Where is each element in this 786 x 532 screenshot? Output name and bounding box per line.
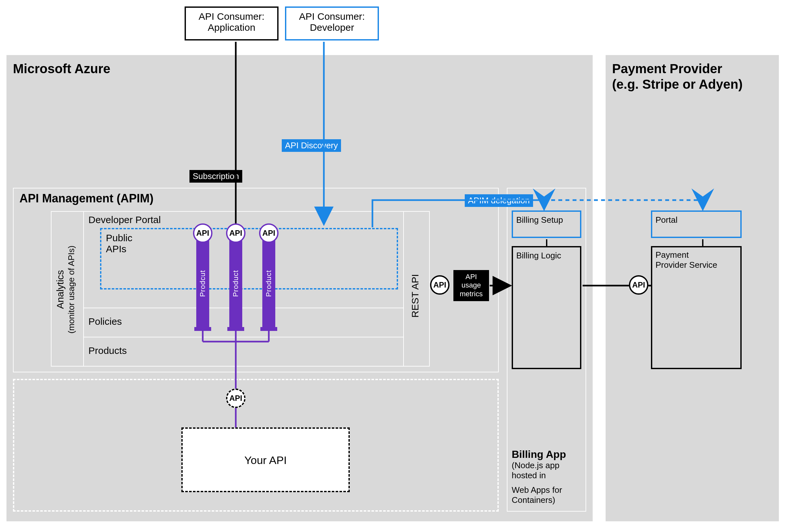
restapi-cell: REST API [404, 211, 430, 367]
product-bar-3: Product [262, 239, 275, 327]
api-usage-l1: API [456, 273, 486, 281]
product-bar-2: Product [229, 239, 242, 327]
consumer-app-l2: Application [186, 22, 277, 33]
public-apis-label: Public APIs [106, 232, 133, 255]
payment-service-box: Payment Provider Service [651, 246, 742, 369]
devportal-label: Developer Portal [88, 214, 161, 225]
policies-label: Policies [88, 316, 122, 327]
billing-logic-label: Billing Logic [516, 251, 561, 261]
api-discovery-tag: API Discovery [282, 139, 341, 152]
devportal-row: Developer Portal Public APIs [83, 211, 404, 308]
payment-title-l1: Payment Provider [612, 62, 722, 76]
products-row: Products [83, 338, 404, 367]
payment-portal-box: Portal [651, 210, 742, 238]
billing-logic-box: Billing Logic [512, 246, 581, 369]
api-circle-yourapi: API [226, 389, 246, 408]
apim-delegation-tag: APIM delegation [465, 194, 533, 207]
api-circle-billing-payment: API [629, 275, 648, 295]
api-circle-rest: API [430, 275, 449, 295]
products-label: Products [88, 345, 126, 356]
api-circle-rest-label: API [433, 280, 446, 290]
product-cap-3 [260, 327, 277, 331]
billingapp-sub1: (Node.js app hosted in [512, 460, 586, 481]
payment-service-l2: Provider Service [655, 260, 717, 270]
subscription-tag: Subscription [189, 170, 242, 183]
product-bar-2-label: Product [232, 270, 240, 297]
product-bar-1-label: Prodcut [199, 270, 207, 297]
payment-title-l2: (e.g. Stripe or Adyen) [612, 77, 743, 92]
api-consumer-app-box: API Consumer: Application [185, 6, 279, 41]
payment-service-label: Payment Provider Service [655, 250, 717, 270]
billingapp-title-block: Billing App (Node.js app hosted in Web A… [512, 448, 586, 505]
analytics-cell: Analytics (monitor usage of APIs) [51, 211, 83, 367]
api-circle-prod2-label: API [229, 229, 242, 238]
api-circle-prod1: API [193, 224, 212, 243]
api-usage-l3: metrics [456, 290, 486, 298]
yourapi-label: Your API [183, 454, 348, 467]
api-usage-l2: usage [456, 281, 486, 290]
consumer-dev-l1: API Consumer: [286, 11, 378, 22]
api-circle-prod3-label: API [262, 229, 275, 238]
analytics-label: Analytics (monitor usage of APIs) [55, 225, 80, 354]
api-circle-yourapi-label: API [229, 394, 242, 403]
billing-setup-box: Billing Setup [512, 210, 581, 238]
api-usage-metrics: API usage metrics [454, 270, 489, 301]
product-bar-1: Prodcut [196, 239, 209, 327]
product-cap-2 [227, 327, 244, 331]
payment-portal-label: Portal [655, 215, 677, 225]
payment-service-l1: Payment [655, 250, 717, 260]
policies-row: Policies [83, 308, 404, 338]
product-bar-3-label: Product [264, 270, 273, 297]
billingapp-sub2: Web Apps for Containers) [512, 485, 586, 505]
analytics-line2: (monitor usage of APIs) [66, 246, 76, 333]
public-apis-l1: Public [106, 232, 133, 244]
api-circle-billing-payment-label: API [632, 280, 645, 290]
api-circle-prod2: API [226, 224, 246, 243]
consumer-dev-l2: Developer [286, 22, 378, 33]
api-circle-prod1-label: API [196, 229, 209, 238]
billing-setup-label: Billing Setup [516, 215, 563, 225]
public-apis-box: Public APIs [100, 228, 398, 290]
api-circle-prod3: API [259, 224, 279, 243]
restapi-label: REST API [410, 263, 423, 328]
yourapi-box: Your API [181, 427, 350, 492]
analytics-line1: Analytics [55, 270, 65, 309]
public-apis-l2: APIs [106, 244, 133, 255]
azure-title: Microsoft Azure [13, 62, 111, 76]
apim-title: API Management (APIM) [19, 192, 154, 205]
azure-container: Microsoft Azure API Management (APIM) An… [6, 55, 593, 521]
billingapp-title: Billing App [512, 448, 586, 460]
product-cap-1 [194, 327, 211, 331]
api-consumer-dev-box: API Consumer: Developer [285, 6, 379, 41]
consumer-app-l1: API Consumer: [186, 11, 277, 22]
apim-container: API Management (APIM) Analytics (monitor… [13, 188, 499, 372]
